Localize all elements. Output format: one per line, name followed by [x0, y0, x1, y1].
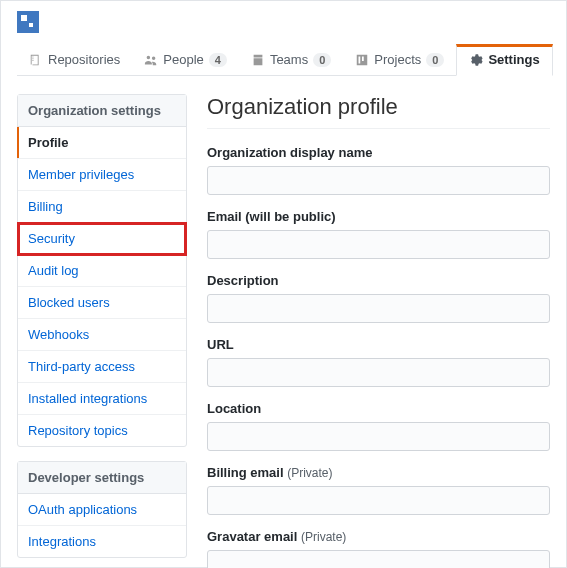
tab-repositories[interactable]: Repositories: [17, 44, 132, 75]
tab-label: Projects: [374, 52, 421, 67]
tab-label: People: [163, 52, 203, 67]
org-display-name-input[interactable]: [207, 166, 550, 195]
sidebar-item-blocked-users[interactable]: Blocked users: [18, 287, 186, 319]
field-label: Gravatar email (Private): [207, 529, 550, 544]
org-location-input[interactable]: [207, 422, 550, 451]
tab-label: Repositories: [48, 52, 120, 67]
people-icon: [144, 53, 158, 67]
page-title: Organization profile: [207, 94, 550, 129]
tab-count: 0: [426, 53, 444, 67]
sidebar-item-security[interactable]: Security: [18, 223, 186, 255]
field-label: Location: [207, 401, 550, 416]
field-label: Billing email (Private): [207, 465, 550, 480]
tab-projects[interactable]: Projects 0: [343, 44, 456, 75]
org-settings-menu: Organization settings Profile Member pri…: [17, 94, 187, 447]
tab-label: Teams: [270, 52, 308, 67]
tab-settings[interactable]: Settings: [456, 44, 552, 76]
tab-label: Settings: [488, 52, 539, 67]
sidebar-item-oauth-applications[interactable]: OAuth applications: [18, 494, 186, 526]
dev-settings-menu: Developer settings OAuth applications In…: [17, 461, 187, 558]
org-email-input[interactable]: [207, 230, 550, 259]
org-tabs: Repositories People 4 Teams 0 Projects 0…: [17, 44, 550, 76]
org-billing-email-input[interactable]: [207, 486, 550, 515]
sidebar-item-billing[interactable]: Billing: [18, 191, 186, 223]
org-description-input[interactable]: [207, 294, 550, 323]
org-url-input[interactable]: [207, 358, 550, 387]
repo-icon: [29, 53, 43, 67]
field-label: Description: [207, 273, 550, 288]
sidebar-item-installed-integrations[interactable]: Installed integrations: [18, 383, 186, 415]
field-label: Organization display name: [207, 145, 550, 160]
tab-people[interactable]: People 4: [132, 44, 239, 75]
menu-header: Developer settings: [18, 462, 186, 494]
sidebar-item-profile[interactable]: Profile: [18, 127, 186, 159]
field-label: Email (will be public): [207, 209, 550, 224]
tab-teams[interactable]: Teams 0: [239, 44, 343, 75]
sidebar: Organization settings Profile Member pri…: [17, 94, 187, 568]
menu-header: Organization settings: [18, 95, 186, 127]
sidebar-item-third-party-access[interactable]: Third-party access: [18, 351, 186, 383]
org-logo: [17, 11, 39, 33]
sidebar-item-webhooks[interactable]: Webhooks: [18, 319, 186, 351]
tab-count: 4: [209, 53, 227, 67]
sidebar-item-member-privileges[interactable]: Member privileges: [18, 159, 186, 191]
main-content: Organization profile Organization displa…: [207, 94, 550, 568]
gear-icon: [469, 53, 483, 67]
projects-icon: [355, 53, 369, 67]
tab-count: 0: [313, 53, 331, 67]
teams-icon: [251, 53, 265, 67]
sidebar-item-repository-topics[interactable]: Repository topics: [18, 415, 186, 446]
org-gravatar-email-input[interactable]: [207, 550, 550, 568]
field-label: URL: [207, 337, 550, 352]
sidebar-item-integrations[interactable]: Integrations: [18, 526, 186, 557]
sidebar-item-audit-log[interactable]: Audit log: [18, 255, 186, 287]
